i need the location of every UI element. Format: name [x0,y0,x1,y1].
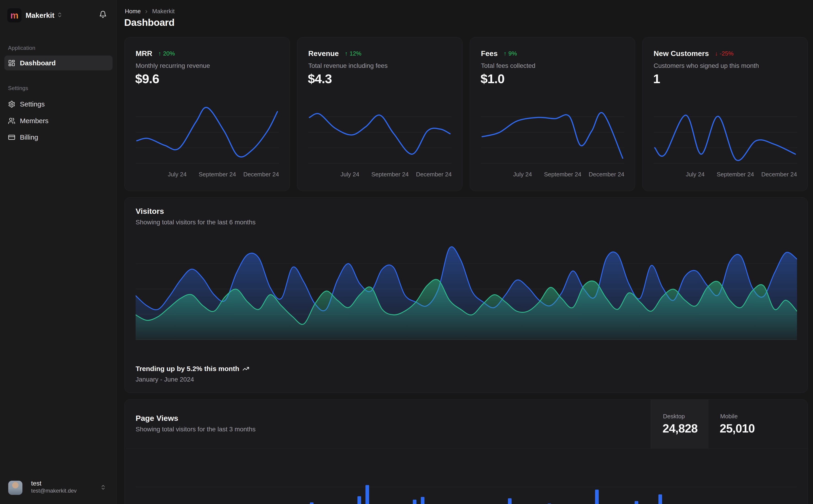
x-tick: December 24 [416,171,452,178]
stat-card-mrr: MRR ↑20% Monthly recurring revenue $9.6 … [124,37,290,191]
bar [357,496,361,504]
stat-card-new-customers: New Customers ↓-25% Customers who signed… [643,37,808,191]
stat-description: Total revenue including fees [308,62,388,69]
stat-description: Customers who signed up this month [654,62,759,69]
bar [508,498,511,504]
credit-card-icon [8,134,15,141]
sidebar-item-settings[interactable]: Settings [4,97,112,111]
x-axis: July 24 September 24 December 24 [481,171,624,178]
bar [413,500,416,504]
stat-value: $9.6 [135,71,159,86]
arrow-up-icon: ↑ [345,50,348,57]
visitors-card: Visitors Showing total visitors for the … [124,197,808,393]
user-email: test@makerkit.dev [31,488,77,494]
visitors-footer: Trending up by 5.2% this month [136,365,249,373]
fees-sparkline-chart [481,101,624,166]
new-customers-sparkline-chart [654,101,797,166]
visitors-subtitle: Showing total visitors for the last 6 mo… [136,219,256,226]
trending-up-icon [243,365,249,372]
x-axis: July 24 September 24 December 24 [136,171,279,178]
stat-title: Fees [481,49,498,58]
breadcrumb-current: Makerkit [152,8,174,15]
page-views-subtitle: Showing total visitors for the last 3 mo… [136,426,256,433]
stat-title: Revenue [308,49,339,58]
sidebar-item-billing[interactable]: Billing [4,130,112,145]
x-tick: September 24 [717,171,754,178]
chevrons-up-down-icon[interactable] [57,12,63,18]
bar [659,494,662,504]
page-views-bar-chart[interactable] [136,459,797,504]
x-tick: December 24 [243,171,279,178]
main-content: Home Makerkit Dashboard MRR ↑20% Monthly… [117,0,813,504]
chevrons-up-down-icon [100,484,106,490]
stat-value: 1 [653,71,660,86]
arrow-up-icon: ↑ [504,50,506,57]
x-tick: September 24 [371,171,409,178]
stat-value: $1.0 [480,71,504,86]
users-icon [8,117,15,125]
workspace-selector[interactable]: m Makerkit [0,0,116,31]
sidebar-item-members[interactable]: Members [4,113,112,128]
x-tick: July 24 [513,171,532,178]
user-menu[interactable]: test test@makerkit.dev [4,477,112,498]
visitors-area-chart[interactable] [136,239,797,340]
bar [310,502,314,504]
trend-badge: ↓-25% [715,50,734,57]
makerkit-logo: m [7,8,21,22]
bar [421,497,424,504]
avatar [8,481,22,495]
trend-badge: ↑20% [158,50,175,57]
stat-title: MRR [136,49,152,58]
x-tick: December 24 [589,171,624,178]
sidebar-item-label: Settings [20,100,45,108]
dashboard-icon [8,59,15,67]
x-tick: July 24 [168,171,186,178]
bar [595,490,599,504]
trend-badge: ↑9% [504,50,517,57]
toggle-value: 24,828 [663,422,698,435]
chevron-right-icon [144,9,149,14]
x-axis: July 24 September 24 December 24 [308,171,452,178]
page-title: Dashboard [124,17,174,28]
page-views-title: Page Views [136,414,178,423]
sidebar-item-label: Members [20,117,48,125]
sidebar-item-label: Dashboard [20,59,56,67]
section-label-application: Application [8,45,35,51]
breadcrumb-home-link[interactable]: Home [125,8,141,15]
toggle-label: Mobile [720,413,738,420]
gear-icon [8,101,15,108]
x-tick: September 24 [199,171,236,178]
mrr-sparkline-chart [136,101,279,166]
toggle-mobile[interactable]: Mobile 25,010 [708,400,808,449]
bell-icon[interactable] [99,11,107,18]
toggle-value: 25,010 [720,422,755,435]
revenue-sparkline-chart [308,101,452,166]
toggle-label: Desktop [663,413,685,420]
x-tick: July 24 [686,171,705,178]
stat-description: Monthly recurring revenue [136,62,210,69]
arrow-down-icon: ↓ [715,50,718,57]
sidebar: m Makerkit Application Dashboard Setting… [0,0,117,504]
section-label-settings: Settings [8,85,28,91]
logo-letter: m [10,11,19,20]
x-tick: September 24 [544,171,581,178]
breadcrumb: Home Makerkit [125,8,175,15]
page-views-card: Page Views Showing total visitors for th… [124,399,808,504]
arrow-up-icon: ↑ [158,50,161,57]
stat-description: Total fees collected [481,62,535,69]
stat-title: New Customers [654,49,709,58]
toggle-desktop[interactable]: Desktop 24,828 [651,400,708,449]
workspace-name: Makerkit [26,11,54,20]
stat-card-fees: Fees ↑9% Total fees collected $1.0 July … [470,37,635,191]
user-name: test [31,480,41,487]
visitors-title: Visitors [136,207,164,216]
sidebar-item-dashboard[interactable]: Dashboard [4,56,112,70]
sidebar-item-label: Billing [20,133,38,141]
bar [635,501,638,504]
bar [365,485,369,504]
stat-card-revenue: Revenue ↑12% Total revenue including fee… [297,37,462,191]
page-views-header: Page Views Showing total visitors for th… [125,400,808,449]
stat-value: $4.3 [308,71,332,86]
x-tick: December 24 [761,171,797,178]
stat-cards-row: MRR ↑20% Monthly recurring revenue $9.6 … [124,37,808,191]
